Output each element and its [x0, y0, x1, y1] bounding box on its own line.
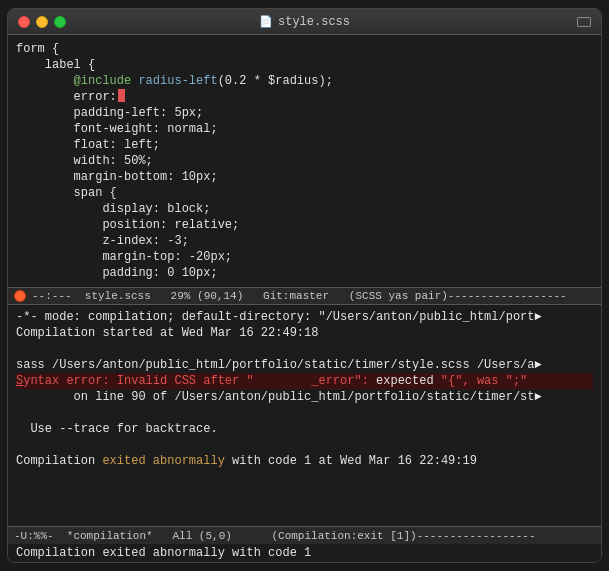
title-text: style.scss — [278, 15, 350, 29]
code-text: padding: 0 10px; — [16, 265, 218, 281]
code-line: position: relative; — [8, 217, 601, 233]
term-text: on line 90 of /Users/anton/public_html/p… — [16, 390, 542, 404]
term-line — [16, 437, 593, 453]
modeline2-text: -U:%%- *compilation* All (5,0) (Compilat… — [14, 530, 536, 542]
term-line: -*- mode: compilation; default-directory… — [16, 309, 593, 325]
window: 📄 style.scss form { label { @include rad… — [7, 8, 602, 563]
term-text — [16, 342, 23, 356]
code-line: @include radius-left(0.2 * $radius); — [8, 73, 601, 89]
term-text — [16, 502, 23, 516]
maximize-button[interactable] — [54, 16, 66, 28]
term-text: sass /Users/anton/public_html/portfolio/… — [16, 358, 542, 372]
term-line: on line 90 of /Users/anton/public_html/p… — [16, 389, 593, 405]
modeline-2: -U:%%- *compilation* All (5,0) (Compilat… — [8, 526, 601, 544]
code-text: position: relative; — [16, 217, 239, 233]
titlebar: 📄 style.scss — [8, 9, 601, 35]
traffic-lights — [18, 16, 66, 28]
code-text: error: — [16, 89, 117, 105]
code-text: form { — [16, 41, 59, 57]
code-text: z-index: -3; — [16, 233, 189, 249]
term-line: sass /Users/anton/public_html/portfolio/… — [16, 357, 593, 373]
code-line: z-index: -3; — [8, 233, 601, 249]
modeline-1: --:--- style.scss 29% (90,14) Git:master… — [8, 287, 601, 305]
code-line: width: 50%; — [8, 153, 601, 169]
code-text: display: block; — [16, 201, 210, 217]
window-title: 📄 style.scss — [259, 15, 350, 29]
term-text: exited abnormally — [102, 454, 224, 468]
code-text: float: left; — [16, 137, 160, 153]
code-line: display: block; — [8, 201, 601, 217]
term-text — [16, 486, 23, 500]
term-text — [16, 470, 23, 484]
error-text: yntax error: Invalid CSS after " _error"… — [23, 374, 376, 388]
code-text: radius-left — [138, 73, 217, 89]
code-line: label { — [8, 57, 601, 73]
code-text: width: 50%; — [16, 153, 153, 169]
code-text: margin-bottom: 10px; — [16, 169, 218, 185]
term-line: Compilation started at Wed Mar 16 22:49:… — [16, 325, 593, 341]
code-line: margin-top: -20px; — [8, 249, 601, 265]
term-text: -*- mode: compilation; default-directory… — [16, 310, 542, 324]
error-line: Syntax error: Invalid CSS after " _error… — [16, 373, 593, 389]
cursor — [118, 89, 125, 102]
term-text: Use --trace for backtrace. — [16, 422, 218, 436]
error-text: "{", was ";" — [434, 374, 528, 388]
term-line — [16, 341, 593, 357]
code-line: padding: 0 10px; — [8, 265, 601, 281]
code-line: padding-left: 5px; — [8, 105, 601, 121]
main-content: form { label { @include radius-left(0.2 … — [8, 35, 601, 562]
term-text: with code 1 at Wed Mar 16 22:49:19 — [225, 454, 477, 468]
code-text: padding-left: 5px; — [16, 105, 203, 121]
term-text: Compilation started at Wed Mar 16 22:49:… — [16, 326, 318, 340]
close-button[interactable] — [18, 16, 30, 28]
term-text — [16, 438, 23, 452]
code-text — [131, 73, 138, 89]
term-line — [16, 405, 593, 421]
term-line — [16, 501, 593, 517]
minimize-button[interactable] — [36, 16, 48, 28]
statusline-text: Compilation exited abnormally with code … — [16, 546, 311, 560]
code-text: font-weight: normal; — [16, 121, 218, 137]
code-line: float: left; — [8, 137, 601, 153]
code-line: error: — [8, 89, 601, 105]
expected-text: expected — [376, 374, 434, 388]
file-icon: 📄 — [259, 15, 273, 28]
code-line: margin-bottom: 10px; — [8, 169, 601, 185]
code-line: form { — [8, 41, 601, 57]
statusline: Compilation exited abnormally with code … — [8, 544, 601, 562]
term-line: Compilation exited abnormally with code … — [16, 453, 593, 469]
code-text: margin-top: -20px; — [16, 249, 232, 265]
code-text: @include — [74, 73, 132, 89]
modeline-text: --:--- style.scss 29% (90,14) Git:master… — [32, 290, 567, 302]
term-text — [16, 406, 23, 420]
code-line: font-weight: normal; — [8, 121, 601, 137]
editor-area[interactable]: form { label { @include radius-left(0.2 … — [8, 35, 601, 287]
terminal-area[interactable]: -*- mode: compilation; default-directory… — [8, 305, 601, 526]
code-text: label { — [16, 57, 95, 73]
code-text: (0.2 * $radius); — [218, 73, 333, 89]
code-text — [16, 73, 74, 89]
code-line: span { — [8, 185, 601, 201]
term-line — [16, 469, 593, 485]
code-text: span { — [16, 185, 117, 201]
resize-button[interactable] — [577, 17, 591, 27]
term-line: Use --trace for backtrace. — [16, 421, 593, 437]
term-line — [16, 485, 593, 501]
modeline-dot — [14, 290, 26, 302]
term-text: Compilation — [16, 454, 102, 468]
